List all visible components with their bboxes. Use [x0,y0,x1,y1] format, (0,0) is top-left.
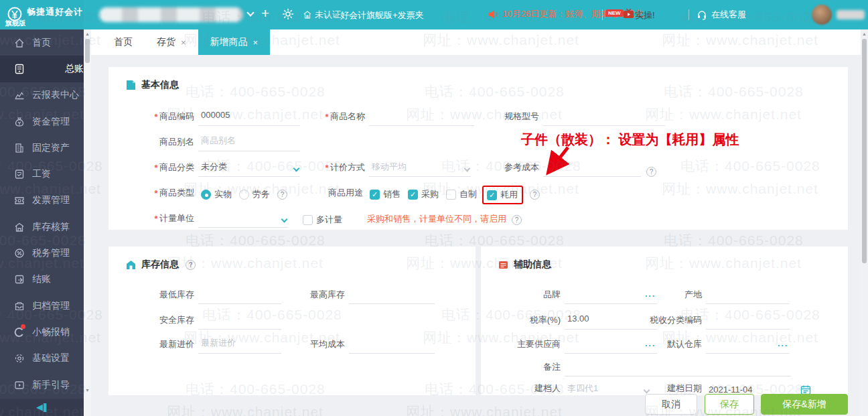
field-label: 参考成本 [504,161,539,174]
sidebar-item-settings[interactable]: 基础设置 [0,346,84,372]
tab-new-product[interactable]: 新增商品 × [198,29,271,55]
close-icon[interactable]: × [181,38,186,48]
tab-home[interactable]: 首页 [102,29,145,55]
sidebar-item-cloud-reports[interactable]: 云报表中心 [0,82,84,109]
close-icon[interactable]: × [253,38,259,48]
checkbox-icon[interactable] [303,215,313,225]
field-tax-code: 税收分类编码 [623,309,790,330]
section-header-auxiliary: 辅助信息 [498,259,551,271]
account-selector-blurred[interactable] [99,7,243,22]
field-label: 平均成本 [310,338,345,350]
required-star: * [154,112,157,122]
save-and-new-button[interactable]: 保存&新增 [761,394,848,415]
spec-model-input[interactable] [543,107,665,126]
scrollbar-thumb[interactable] [85,39,90,63]
checkbox-multi-unit[interactable]: 多计量 [303,214,342,228]
unit-warning-text: 采购和销售，计量单位不同，请启用 [367,213,506,228]
radio-service[interactable]: 劳务 [239,188,270,202]
checkbox-icon[interactable]: ✓ [370,190,380,200]
video-tutorial-icon[interactable] [623,9,634,19]
checkbox-icon[interactable]: ✓ [487,190,497,200]
save-button[interactable]: 保存 [705,394,754,415]
inventory-info-card: 库存信息 ? 最低库存 最高库存 安全库存 最新进价 平均成本 [108,247,476,395]
guide-play-icon [14,380,25,391]
sidebar-item-inventory[interactable]: 库存核算 [0,214,84,240]
avg-cost-input[interactable] [349,335,435,354]
sidebar-item-archive[interactable]: 归档管理 [0,293,84,319]
help-icon[interactable]: ? [530,190,540,200]
field-product-name: *商品名称 [279,106,474,126]
divider [602,9,603,20]
sidebar-item-payroll[interactable]: 工资 [0,161,84,187]
section-header-inventory: 库存信息 ? [126,259,196,271]
archive-icon [14,301,25,311]
field-avg-cost: 平均成本 [259,334,435,354]
safe-stock-input[interactable] [198,311,281,330]
field-product-category: *商品分类 未分类 [108,157,300,177]
sidebar-item-tax[interactable]: 税务管理 [0,240,84,266]
closing-icon [14,274,25,285]
avatar[interactable] [812,5,832,25]
cloud-report-icon [14,90,25,100]
chevron-down-icon[interactable] [246,9,254,16]
help-icon[interactable]: ? [186,260,196,270]
field-label: 备注 [543,361,561,373]
sidebar-scrollbar[interactable]: ▲ ▼ [84,29,91,416]
unit-select[interactable] [198,209,288,228]
field-label: 税收分类编码 [650,314,702,326]
scrollbar-thumb[interactable] [862,39,867,263]
checkbox-icon[interactable]: ✓ [408,190,418,200]
checkbox-self-made[interactable]: 自制 [446,188,477,202]
sidebar-collapse-button[interactable]: ◀❚ [0,399,84,416]
radio-physical[interactable]: 实物 [201,188,232,202]
app-logo: 畅捷通好会计 旗舰版 [0,0,84,29]
product-name: 好会计旗舰版+发票夹 [340,9,424,21]
online-support[interactable]: 在线客服 [697,9,746,21]
auth-status[interactable]: 未认证 [303,9,341,21]
required-star: * [325,163,328,173]
tax-code-input[interactable] [706,311,790,330]
checkbox-consumption[interactable]: ✓耗用 [487,189,518,201]
field-label: 商品编码 [159,111,194,123]
help-icon[interactable]: ? [646,167,656,177]
warehouse-input[interactable]: ··· [706,335,790,354]
page-scrollbar[interactable]: ▲ [861,29,868,416]
field-label: 产地 [684,289,702,301]
remark-input[interactable] [565,358,791,376]
username-blurred [837,10,865,19]
max-stock-input[interactable] [349,285,435,304]
required-star: * [154,214,157,224]
more-options-icon[interactable]: ··· [778,340,788,350]
tab-inventory[interactable]: 存货 × [145,29,198,55]
sidebar-item-general-ledger[interactable]: 总账 [0,56,84,82]
practice-link[interactable]: 实操! [635,9,655,21]
sidebar-item-guide[interactable]: 新手引导 [0,372,84,398]
scroll-up-icon[interactable]: ▲ [84,31,91,36]
radio-icon[interactable] [239,190,249,200]
radio-icon[interactable] [201,190,211,200]
tax-icon [14,248,25,259]
scroll-up-icon[interactable]: ▲ [861,31,868,36]
checkbox-icon[interactable] [446,190,456,200]
sidebar-item-expense[interactable]: 小畅报销 [0,319,84,345]
sidebar-item-closing[interactable]: 结账 [0,267,84,293]
sidebar-item-home[interactable]: 首页 [0,29,84,56]
help-icon[interactable]: ? [512,215,522,225]
main-content: 基本信息 *商品编码 *商品名称 规格型号 商品别名 *商品分类 未分类 *计价… [91,55,861,416]
field-label: 最新进价 [159,338,194,350]
cancel-button[interactable]: 取消 [645,394,697,415]
sidebar-item-funds[interactable]: 资金管理 [0,109,84,135]
field-spec-model: 规格型号 [453,106,665,126]
sidebar-item-fixed-assets[interactable]: 固定资产 [0,135,84,161]
add-account-button[interactable]: + [261,5,269,21]
checkbox-sales[interactable]: ✓销售 [370,188,401,202]
gear-icon[interactable] [282,8,294,20]
field-label: 商品用途 [328,187,363,199]
scroll-down-icon[interactable]: ▼ [84,388,91,393]
logo-title: 畅捷通好会计 [27,6,83,18]
sidebar-item-invoice[interactable]: 发票管理 [0,188,84,214]
field-label: 商品分类 [159,161,194,174]
checkbox-purchase[interactable]: ✓采购 [408,188,439,202]
product-alias-input[interactable] [198,133,300,151]
origin-input[interactable] [706,285,790,304]
